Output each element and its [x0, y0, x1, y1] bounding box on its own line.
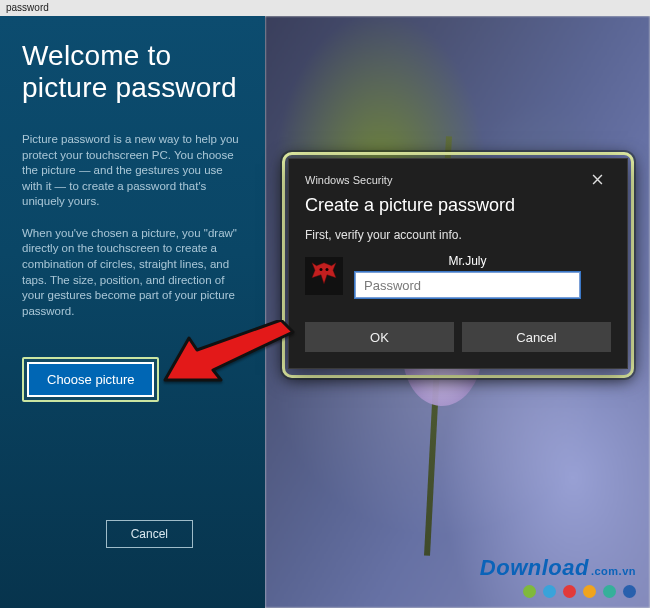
dialog-title: Create a picture password	[305, 195, 611, 216]
windows-security-dialog: Windows Security Create a picture passwo…	[288, 158, 628, 369]
watermark-text: Download.com.vn	[480, 555, 636, 581]
close-button[interactable]	[583, 169, 611, 191]
avatar	[305, 257, 343, 295]
watermark-dot	[623, 585, 636, 598]
paragraph-1: Picture password is a new way to help yo…	[22, 132, 243, 210]
dialog-header-text: Windows Security	[305, 174, 392, 186]
close-icon	[592, 174, 603, 187]
dialog-button-row: OK Cancel	[305, 322, 611, 352]
watermark-dots	[480, 585, 636, 598]
choose-picture-highlight: Choose picture	[22, 357, 159, 402]
ok-button[interactable]: OK	[305, 322, 454, 352]
screenshot-frame: password Welcome to picture password Pic…	[0, 0, 650, 608]
page-body: Picture password is a new way to help yo…	[22, 132, 243, 319]
paragraph-2: When you've chosen a picture, you "draw"…	[22, 226, 243, 319]
choose-picture-button[interactable]: Choose picture	[27, 362, 154, 397]
wizard-cancel-button[interactable]: Cancel	[106, 520, 193, 548]
watermark-dot	[603, 585, 616, 598]
dialog-subtitle: First, verify your account info.	[305, 228, 611, 242]
svg-point-1	[326, 268, 329, 271]
info-panel: Welcome to picture password Picture pass…	[0, 16, 265, 608]
dialog-cancel-button[interactable]: Cancel	[462, 322, 611, 352]
user-column: Mr.July	[355, 254, 611, 298]
watermark-brand: Download	[480, 555, 589, 580]
username-label: Mr.July	[355, 254, 580, 268]
window-title: password	[0, 0, 650, 16]
watermark-ext: .com.vn	[591, 565, 636, 577]
watermark-dot	[563, 585, 576, 598]
watermark-dot	[523, 585, 536, 598]
watermark: Download.com.vn	[480, 555, 636, 598]
user-row: Mr.July	[305, 254, 611, 298]
avatar-icon	[309, 261, 339, 291]
watermark-dot	[543, 585, 556, 598]
watermark-dot	[583, 585, 596, 598]
svg-point-0	[320, 268, 323, 271]
password-input[interactable]	[355, 272, 580, 298]
dialog-header: Windows Security	[305, 169, 611, 191]
page-title: Welcome to picture password	[22, 40, 243, 104]
